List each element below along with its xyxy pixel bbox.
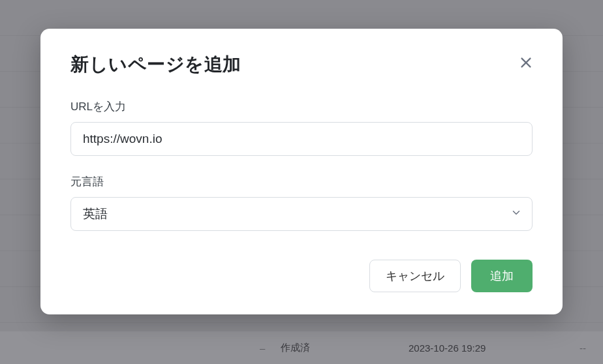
add-page-modal: 新しいページを追加 URLを入力 元言語 英語 キャンセル 追加: [40, 29, 563, 314]
language-select-wrapper: 英語: [70, 197, 533, 231]
close-icon: [519, 55, 533, 70]
url-label: URLを入力: [70, 99, 533, 114]
url-input[interactable]: [70, 122, 533, 156]
language-label: 元言語: [70, 174, 533, 189]
modal-title: 新しいページを追加: [70, 52, 241, 77]
modal-footer: キャンセル 追加: [70, 260, 533, 292]
language-select[interactable]: 英語: [70, 197, 533, 231]
language-selected-value: 英語: [83, 205, 108, 222]
modal-header: 新しいページを追加: [70, 52, 533, 77]
language-form-group: 元言語 英語: [70, 174, 533, 231]
url-form-group: URLを入力: [70, 99, 533, 156]
cancel-button[interactable]: キャンセル: [369, 260, 461, 292]
add-button[interactable]: 追加: [471, 260, 533, 292]
close-button[interactable]: [517, 53, 535, 72]
